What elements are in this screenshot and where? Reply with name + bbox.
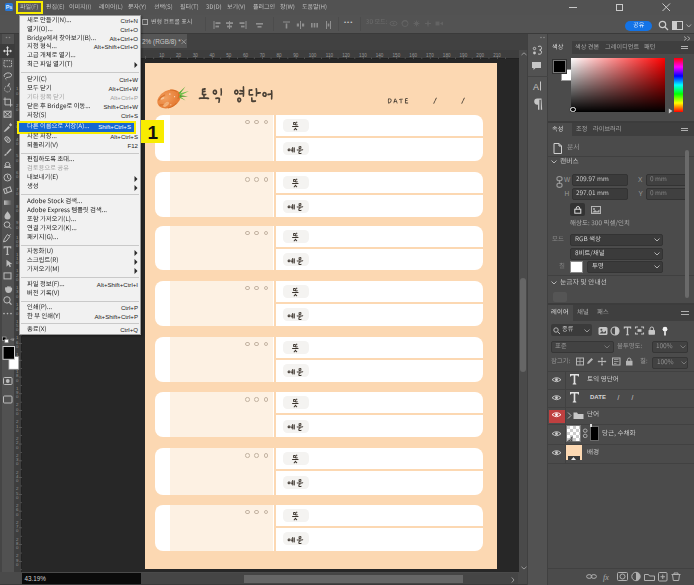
svg-text:140: 140 xyxy=(376,53,384,58)
svg-text:60: 60 xyxy=(243,53,249,58)
svg-text:120: 120 xyxy=(342,53,350,58)
svg-text:10: 10 xyxy=(159,53,165,58)
svg-text:fx: fx xyxy=(603,573,609,582)
svg-text:50: 50 xyxy=(226,53,232,58)
svg-text:100: 100 xyxy=(309,53,317,58)
svg-text:110: 110 xyxy=(326,53,334,58)
svg-text:190: 190 xyxy=(460,53,468,58)
svg-text:130: 130 xyxy=(359,53,367,58)
svg-text:A: A xyxy=(533,82,539,92)
svg-text:20: 20 xyxy=(176,53,182,58)
svg-text:160: 160 xyxy=(409,53,417,58)
svg-text:150: 150 xyxy=(393,53,401,58)
svg-text:210: 210 xyxy=(493,53,501,58)
svg-text:200: 200 xyxy=(476,53,484,58)
svg-text:90: 90 xyxy=(293,53,299,58)
svg-text:30: 30 xyxy=(193,53,199,58)
svg-text:170: 170 xyxy=(426,53,434,58)
svg-text:70: 70 xyxy=(260,53,266,58)
svg-text:80: 80 xyxy=(277,53,283,58)
svg-text:40: 40 xyxy=(209,53,215,58)
svg-text:180: 180 xyxy=(443,53,451,58)
